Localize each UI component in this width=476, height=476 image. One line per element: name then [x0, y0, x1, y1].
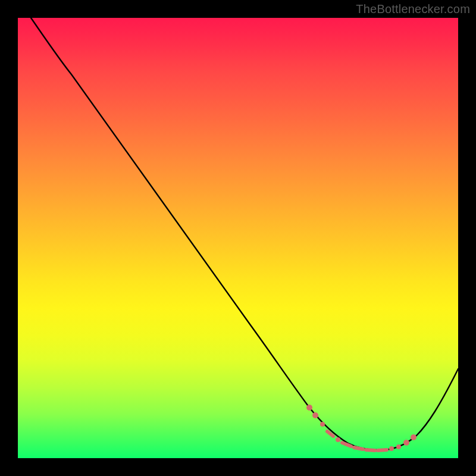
chart-container: TheBottlenecker.com — [0, 0, 476, 476]
svg-point-10 — [396, 444, 401, 449]
svg-point-2 — [320, 422, 325, 427]
svg-line-5 — [342, 443, 351, 446]
svg-line-6 — [354, 447, 363, 449]
svg-line-8 — [378, 450, 387, 450]
svg-point-1 — [312, 412, 318, 418]
plot-area — [18, 18, 458, 458]
bottleneck-curve — [31, 18, 458, 450]
svg-point-12 — [411, 434, 416, 440]
highlight-valley — [306, 405, 416, 451]
svg-line-7 — [366, 450, 375, 450]
svg-point-9 — [389, 446, 394, 451]
svg-point-4 — [336, 437, 340, 442]
svg-point-0 — [306, 405, 312, 411]
plot-overlay — [18, 18, 458, 458]
svg-point-11 — [403, 440, 409, 446]
source-watermark: TheBottlenecker.com — [356, 2, 470, 16]
